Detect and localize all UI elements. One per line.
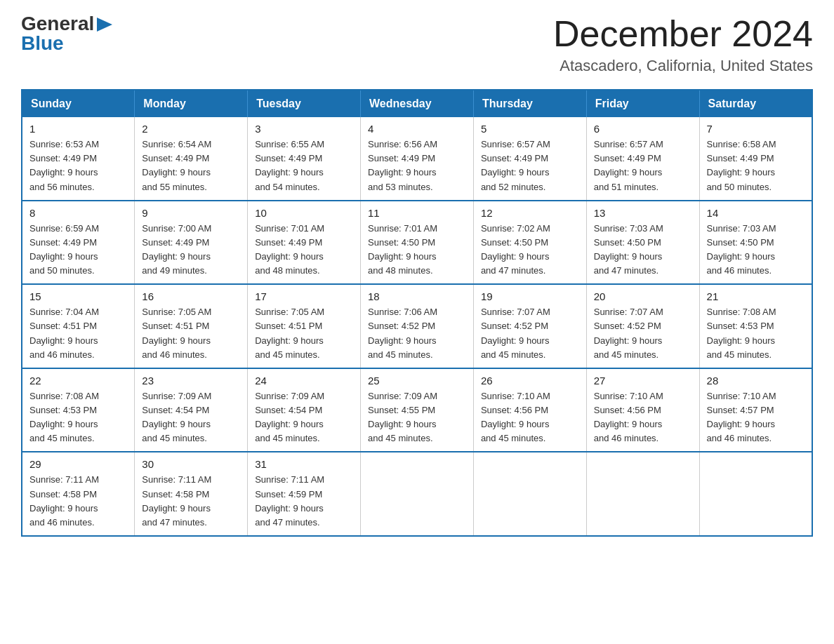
calendar-day-cell: 22Sunrise: 7:08 AMSunset: 4:53 PMDayligh… [22,368,135,452]
day-number: 13 [594,207,692,219]
day-info: Sunrise: 7:05 AMSunset: 4:51 PMDaylight:… [142,305,240,362]
day-number: 23 [142,375,240,387]
day-info: Sunrise: 7:07 AMSunset: 4:52 PMDaylight:… [481,305,579,362]
day-info: Sunrise: 6:54 AMSunset: 4:49 PMDaylight:… [142,137,240,194]
calendar-week-row: 1Sunrise: 6:53 AMSunset: 4:49 PMDaylight… [22,117,812,201]
day-number: 22 [29,375,127,387]
day-info: Sunrise: 6:55 AMSunset: 4:49 PMDaylight:… [255,137,353,194]
calendar-day-cell: 23Sunrise: 7:09 AMSunset: 4:54 PMDayligh… [135,368,248,452]
calendar-day-cell: 24Sunrise: 7:09 AMSunset: 4:54 PMDayligh… [248,368,361,452]
calendar-day-cell: 28Sunrise: 7:10 AMSunset: 4:57 PMDayligh… [699,368,812,452]
day-info: Sunrise: 7:09 AMSunset: 4:55 PMDaylight:… [368,389,466,446]
calendar-day-cell: 4Sunrise: 6:56 AMSunset: 4:49 PMDaylight… [361,117,474,201]
calendar-day-cell: 18Sunrise: 7:06 AMSunset: 4:52 PMDayligh… [361,284,474,368]
day-of-week-header: Monday [135,90,248,117]
day-of-week-header: Tuesday [248,90,361,117]
title-block: December 2024 Atascadero, California, Un… [553,14,813,75]
day-info: Sunrise: 6:59 AMSunset: 4:49 PMDaylight:… [29,222,127,279]
day-number: 5 [481,123,579,135]
day-number: 7 [707,123,805,135]
day-info: Sunrise: 6:58 AMSunset: 4:49 PMDaylight:… [707,137,805,194]
location-subtitle: Atascadero, California, United States [553,57,813,75]
day-info: Sunrise: 6:56 AMSunset: 4:49 PMDaylight:… [368,137,466,194]
calendar-day-cell: 13Sunrise: 7:03 AMSunset: 4:50 PMDayligh… [586,201,699,285]
calendar-week-row: 22Sunrise: 7:08 AMSunset: 4:53 PMDayligh… [22,368,812,452]
day-number: 19 [481,290,579,302]
logo-blue-text: Blue [21,34,64,53]
day-info: Sunrise: 7:07 AMSunset: 4:52 PMDaylight:… [594,305,692,362]
day-of-week-header: Sunday [22,90,135,117]
calendar-day-cell: 25Sunrise: 7:09 AMSunset: 4:55 PMDayligh… [361,368,474,452]
calendar-day-cell: 5Sunrise: 6:57 AMSunset: 4:49 PMDaylight… [473,117,586,201]
day-number: 15 [29,290,127,302]
calendar-day-cell: 12Sunrise: 7:02 AMSunset: 4:50 PMDayligh… [473,201,586,285]
calendar-day-cell: 3Sunrise: 6:55 AMSunset: 4:49 PMDaylight… [248,117,361,201]
day-number: 21 [707,290,805,302]
day-info: Sunrise: 7:03 AMSunset: 4:50 PMDaylight:… [707,222,805,279]
calendar-day-cell [699,452,812,536]
day-info: Sunrise: 7:01 AMSunset: 4:50 PMDaylight:… [368,222,466,279]
day-info: Sunrise: 7:08 AMSunset: 4:53 PMDaylight:… [29,389,127,446]
logo-triangle-icon [97,18,112,32]
day-number: 11 [368,207,466,219]
day-info: Sunrise: 7:05 AMSunset: 4:51 PMDaylight:… [255,305,353,362]
day-number: 4 [368,123,466,135]
calendar-day-cell: 6Sunrise: 6:57 AMSunset: 4:49 PMDaylight… [586,117,699,201]
calendar-day-cell: 27Sunrise: 7:10 AMSunset: 4:56 PMDayligh… [586,368,699,452]
day-info: Sunrise: 6:53 AMSunset: 4:49 PMDaylight:… [29,137,127,194]
calendar-day-cell [473,452,586,536]
day-number: 17 [255,290,353,302]
month-year-title: December 2024 [553,14,813,54]
calendar-day-cell: 30Sunrise: 7:11 AMSunset: 4:58 PMDayligh… [135,452,248,536]
calendar-day-cell: 9Sunrise: 7:00 AMSunset: 4:49 PMDaylight… [135,201,248,285]
calendar-week-row: 15Sunrise: 7:04 AMSunset: 4:51 PMDayligh… [22,284,812,368]
calendar-week-row: 8Sunrise: 6:59 AMSunset: 4:49 PMDaylight… [22,201,812,285]
day-number: 24 [255,375,353,387]
day-info: Sunrise: 6:57 AMSunset: 4:49 PMDaylight:… [594,137,692,194]
calendar-day-cell [361,452,474,536]
page-header: General Blue December 2024 Atascadero, C… [21,14,813,75]
calendar-week-row: 29Sunrise: 7:11 AMSunset: 4:58 PMDayligh… [22,452,812,536]
calendar-day-cell: 7Sunrise: 6:58 AMSunset: 4:49 PMDaylight… [699,117,812,201]
day-number: 2 [142,123,240,135]
calendar-header-row: SundayMondayTuesdayWednesdayThursdayFrid… [22,90,812,117]
day-info: Sunrise: 7:03 AMSunset: 4:50 PMDaylight:… [594,222,692,279]
calendar-day-cell: 16Sunrise: 7:05 AMSunset: 4:51 PMDayligh… [135,284,248,368]
day-of-week-header: Wednesday [361,90,474,117]
day-info: Sunrise: 7:09 AMSunset: 4:54 PMDaylight:… [255,389,353,446]
calendar-day-cell: 15Sunrise: 7:04 AMSunset: 4:51 PMDayligh… [22,284,135,368]
calendar-day-cell: 19Sunrise: 7:07 AMSunset: 4:52 PMDayligh… [473,284,586,368]
day-number: 1 [29,123,127,135]
day-info: Sunrise: 7:11 AMSunset: 4:58 PMDaylight:… [29,473,127,530]
day-number: 16 [142,290,240,302]
day-of-week-header: Thursday [473,90,586,117]
svg-marker-0 [97,18,112,32]
day-info: Sunrise: 7:11 AMSunset: 4:59 PMDaylight:… [255,473,353,530]
calendar-day-cell: 14Sunrise: 7:03 AMSunset: 4:50 PMDayligh… [699,201,812,285]
day-of-week-header: Saturday [699,90,812,117]
day-number: 29 [29,458,127,470]
day-number: 12 [481,207,579,219]
day-number: 27 [594,375,692,387]
calendar-day-cell: 10Sunrise: 7:01 AMSunset: 4:49 PMDayligh… [248,201,361,285]
calendar-day-cell: 26Sunrise: 7:10 AMSunset: 4:56 PMDayligh… [473,368,586,452]
calendar-table: SundayMondayTuesdayWednesdayThursdayFrid… [21,89,813,537]
day-info: Sunrise: 7:06 AMSunset: 4:52 PMDaylight:… [368,305,466,362]
day-number: 28 [707,375,805,387]
day-number: 31 [255,458,353,470]
day-number: 20 [594,290,692,302]
day-info: Sunrise: 7:00 AMSunset: 4:49 PMDaylight:… [142,222,240,279]
day-info: Sunrise: 7:02 AMSunset: 4:50 PMDaylight:… [481,222,579,279]
day-number: 26 [481,375,579,387]
day-info: Sunrise: 7:08 AMSunset: 4:53 PMDaylight:… [707,305,805,362]
day-number: 14 [707,207,805,219]
calendar-day-cell: 20Sunrise: 7:07 AMSunset: 4:52 PMDayligh… [586,284,699,368]
day-number: 3 [255,123,353,135]
day-info: Sunrise: 7:01 AMSunset: 4:49 PMDaylight:… [255,222,353,279]
calendar-day-cell: 11Sunrise: 7:01 AMSunset: 4:50 PMDayligh… [361,201,474,285]
day-info: Sunrise: 6:57 AMSunset: 4:49 PMDaylight:… [481,137,579,194]
calendar-day-cell: 21Sunrise: 7:08 AMSunset: 4:53 PMDayligh… [699,284,812,368]
calendar-day-cell: 29Sunrise: 7:11 AMSunset: 4:58 PMDayligh… [22,452,135,536]
day-info: Sunrise: 7:04 AMSunset: 4:51 PMDaylight:… [29,305,127,362]
calendar-day-cell: 1Sunrise: 6:53 AMSunset: 4:49 PMDaylight… [22,117,135,201]
